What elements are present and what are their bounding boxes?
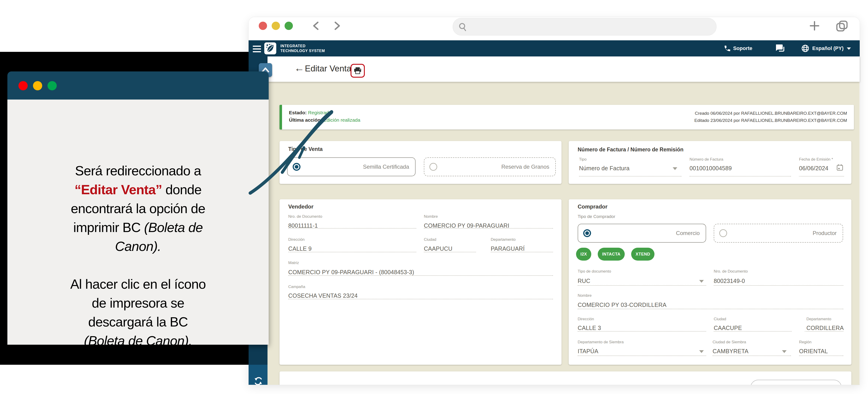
editar-venta-highlight: “Editar Venta” [74,182,162,197]
radio-unselected-icon[interactable] [719,229,727,237]
badge-i2x: I2X [576,248,591,261]
comprador-ciudad-value[interactable]: CAACUPE [714,325,742,331]
vendedor-documento-label: Nro. de Documento [288,214,322,219]
ultima-accion-label: Última acción: [289,117,322,123]
vendedor-nombre-label: Nombre [424,214,438,219]
region-value[interactable]: ORIENTAL [799,348,828,355]
vendedor-direccion-value[interactable]: CALLE 9 [288,245,312,252]
support-button[interactable]: Soporte [723,45,752,52]
option-semilla-certificada[interactable]: Semilla Certificada [287,157,415,176]
vendedor-card: Vendedor Nro. de Documento 80011111-1 No… [279,199,561,365]
vendedor-departamento-value[interactable]: PARAGUARÍ [491,245,525,252]
tab-overview-icon[interactable] [836,20,848,33]
phone-icon [723,45,730,52]
leaf-logo-icon [264,42,276,54]
estado-value: Registrado [308,110,332,115]
editado-line: Editado 23/06/2024 por RAFAELLIONEL.BRUN… [694,117,847,124]
refresh-icon[interactable] [253,375,264,387]
back-icon[interactable] [311,21,321,31]
comprador-ciudad-label: Ciudad [714,317,726,321]
app-header: INTEGRATED TECHNOLOGY SYSTEM Soporte [249,40,860,57]
departamento-siembra-value[interactable]: ITAPÚA [578,348,598,355]
brand-line2: TECHNOLOGY SYSTEM [280,48,325,53]
ciudad-siembra-value[interactable]: CAMBYRETA [713,348,748,355]
creado-line: Creado 06/06/2024 por RAFAELLIONEL.BRUNB… [694,110,847,117]
print-button-highlight[interactable] [350,64,365,78]
ultima-accion-value: Edición realizada [323,117,360,123]
option-label: Comercio [676,230,700,236]
instruction-popup: Será redireccionado a “Editar Venta” don… [7,71,269,345]
chat-icon[interactable] [775,44,785,53]
option-productor[interactable]: Productor [714,224,843,242]
window-minimize-button[interactable] [272,22,280,30]
fecha-emision-value[interactable]: 06/06/2024 [799,165,828,172]
comprador-nombre-label: Nombre [578,293,591,298]
browser-window: INTEGRATED TECHNOLOGY SYSTEM Soporte [249,17,860,385]
forward-icon[interactable] [332,21,342,31]
app-logo [264,42,276,54]
factura-card: Número de Factura / Número de Remisión T… [569,141,851,184]
numero-factura-label: Número de Factura [689,157,723,162]
printer-icon [354,67,362,74]
popup-yellow-dot-icon [33,81,42,90]
vendedor-departamento-label: Departamento [491,237,516,242]
tipo-venta-title: Tipo de Venta [288,146,322,152]
vendedor-ciudad-label: Ciudad [424,237,436,242]
select-caret-icon[interactable] [673,167,677,170]
tipo-select-value[interactable]: Número de Factura [579,165,629,172]
option-label: Productor [813,230,837,236]
page-toolbar: ← Editar Venta [268,57,860,82]
comprador-documento-value[interactable]: 80023149-0 [714,277,745,284]
globe-icon [801,44,809,53]
address-search-bar[interactable] [453,18,716,35]
hamburger-menu-icon[interactable] [253,45,261,54]
comprador-card: Comprador Tipo de Comprador Comercio Pro… [569,199,851,365]
vendedor-matriz-value[interactable]: COMERCIO PY 09-PARAGUARI - (80048453-3) [288,269,414,275]
browser-chrome [249,17,860,40]
chevron-down-icon [846,47,851,50]
select-caret-icon[interactable] [699,280,704,283]
cutoff-pill-button[interactable] [750,380,842,385]
search-input[interactable] [469,20,701,33]
radio-selected-icon[interactable] [292,163,301,171]
window-close-button[interactable] [259,22,267,30]
option-reserva-granos[interactable]: Reserva de Granos [424,157,556,176]
badge-row: I2X INTACTA XTEND [576,248,654,261]
vendedor-campana-value[interactable]: COSECHA VENTAS 23/24 [288,292,358,299]
language-label: Español (PY) [812,45,843,52]
select-caret-icon[interactable] [782,350,786,353]
brand-line1: INTEGRATED [280,43,325,48]
comprador-nombre-value[interactable]: COMERCIO PY 03-CORDILLERA [578,302,666,308]
tipo-documento-value[interactable]: RUC [578,277,590,284]
back-arrow-icon[interactable]: ← [294,63,304,73]
calendar-icon[interactable] [837,164,843,171]
estado-label: Estado: [289,110,307,115]
badge-xtend: XTEND [631,248,654,261]
option-comercio[interactable]: Comercio [578,224,706,242]
popup-green-dot-icon [48,81,57,90]
language-selector[interactable]: Español (PY) [801,44,851,53]
brand-text: INTEGRATED TECHNOLOGY SYSTEM [280,43,325,53]
popup-paragraph-1: Será redireccionado a “Editar Venta” don… [17,161,259,256]
option-label: Semilla Certificada [363,164,409,170]
status-bar: Estado: Registrado Última acción: Edició… [279,105,854,130]
page-content: Estado: Registrado Última acción: Edició… [268,82,860,385]
screenshot-root: INTEGRATED TECHNOLOGY SYSTEM Soporte [0,0,868,394]
badge-intacta: INTACTA [598,248,625,261]
vendedor-title: Vendedor [288,203,313,210]
popup-red-dot-icon [19,81,28,90]
window-zoom-button[interactable] [285,22,293,30]
radio-unselected-icon[interactable] [429,163,437,171]
option-label: Reserva de Granos [501,164,549,170]
new-tab-plus-icon[interactable] [809,21,819,31]
departamento-siembra-label: Departamento de Siembra [578,340,624,344]
popup-titlebar [7,71,269,100]
comprador-departamento-value[interactable]: CORDILLERA [806,325,844,331]
numero-factura-value[interactable]: 0010010004589 [689,165,732,172]
comprador-direccion-value[interactable]: CALLE 3 [578,325,601,331]
select-caret-icon[interactable] [699,350,704,353]
comprador-documento-label: Nro. de Documento [714,269,748,274]
vendedor-ciudad-value[interactable]: CAAPUCU [424,245,453,252]
radio-selected-icon[interactable] [583,229,591,237]
tipo-label: Tipo [579,157,586,162]
